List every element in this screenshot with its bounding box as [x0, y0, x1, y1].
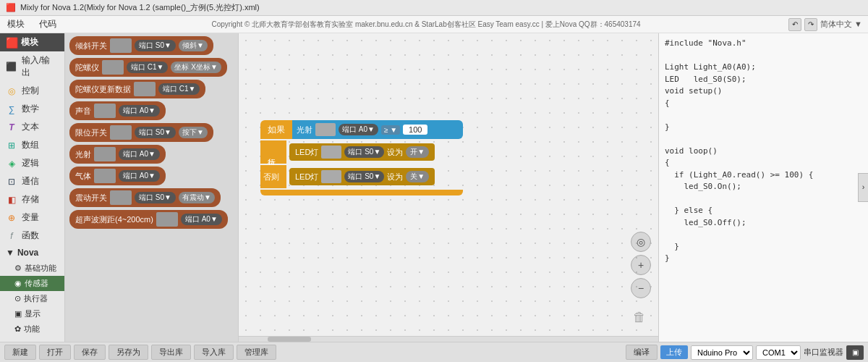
- redo-button[interactable]: ↷: [804, 18, 817, 31]
- undo-button[interactable]: ↶: [788, 18, 801, 31]
- else-label: 否则: [260, 165, 282, 188]
- canvas-area[interactable]: 如果 光射 端口 A0▼ ≥ ▼ 100 执行 LED灯: [239, 33, 658, 342]
- save-button[interactable]: 保存: [74, 345, 106, 360]
- sidebar-item-math[interactable]: ∑ 数学: [0, 100, 64, 118]
- condition-block[interactable]: 光射 端口 A0▼ ≥ ▼ 100: [292, 120, 463, 139]
- monitor-icon[interactable]: ▣: [846, 345, 864, 360]
- open-button[interactable]: 打开: [39, 345, 71, 360]
- sidebar-item-display[interactable]: ▣ 显示: [0, 306, 64, 321]
- zoom-out-button[interactable]: −: [631, 278, 651, 298]
- limit-pill[interactable]: 限位开关 端口 S0▼ 按下▼: [69, 123, 213, 142]
- new-button[interactable]: 新建: [4, 345, 36, 360]
- lang-select[interactable]: 简体中文 ▼: [820, 19, 862, 30]
- then-action-text: 设为: [387, 147, 403, 158]
- target-button[interactable]: ◎: [631, 232, 651, 252]
- sidebar-item-io[interactable]: ⬛ 输入/输出: [0, 51, 64, 82]
- block-limit[interactable]: 限位开关 端口 S0▼ 按下▼: [69, 123, 234, 142]
- code-text: #include "Nova.h" Light Light_A0(A0); LE…: [665, 38, 862, 265]
- block-tilt[interactable]: 倾斜开关 端口 S0▼ 倾斜▼: [69, 36, 234, 55]
- block-light[interactable]: 光射 端口 A0▼: [69, 145, 234, 164]
- block-gyro[interactable]: 陀螺仪 端口 C1▼ 坐标 X坐标▼: [69, 58, 234, 77]
- menu-code[interactable]: 代码: [32, 16, 64, 33]
- blocks-panel: 倾斜开关 端口 S0▼ 倾斜▼ 陀螺仪 端口 C1▼ 坐标 X坐标▼ 陀螺仪更新…: [65, 33, 239, 342]
- sidebar-item-var[interactable]: ⊕ 变量: [0, 209, 64, 227]
- sidebar-item-store[interactable]: ◧ 存储: [0, 190, 64, 209]
- else-action-block[interactable]: LED灯 端口 S0▼ 设为 关▼: [289, 168, 435, 185]
- else-label-text: 否则: [263, 172, 279, 182]
- gyro-image: [102, 60, 124, 75]
- upload-button[interactable]: 上传: [660, 345, 688, 359]
- sidebar-item-actuator[interactable]: ⊙ 执行器: [0, 291, 64, 306]
- zoom-in-button[interactable]: +: [631, 255, 651, 275]
- gyro-pill[interactable]: 陀螺仪 端口 C1▼ 坐标 X坐标▼: [69, 58, 227, 77]
- sidebar-item-ctrl[interactable]: ◎ 控制: [0, 82, 64, 100]
- if-block[interactable]: 如果 光射 端口 A0▼ ≥ ▼ 100 执行 LED灯: [260, 120, 463, 195]
- sidebar-item-logic[interactable]: ◈ 逻辑: [0, 154, 64, 172]
- export-button[interactable]: 导出库: [151, 345, 191, 360]
- gas-pill[interactable]: 气体 端口 A0▼: [69, 167, 166, 185]
- block-sound[interactable]: 声音 端口 A0▼: [69, 101, 234, 120]
- then-port[interactable]: 端口 S0▼: [344, 146, 384, 158]
- bottombar: 新建 打开 保存 另存为 导出库 导入库 管理库 编译 上传 Nduino Pr…: [0, 342, 868, 362]
- text-icon: T: [6, 122, 17, 133]
- sidebar-item-display-label: 显示: [25, 308, 41, 319]
- ctrl-icon: ◎: [6, 85, 17, 97]
- then-action-val[interactable]: 开▼: [406, 146, 429, 158]
- gyro-val: 坐标 X坐标▼: [171, 62, 221, 73]
- gear-icon: ⚙: [14, 264, 22, 273]
- manage-button[interactable]: 管理库: [237, 345, 276, 360]
- block-ultrasonic[interactable]: 超声波测距(4~200cm) 端口 A0▼: [69, 210, 234, 229]
- sound-pill[interactable]: 声音 端口 A0▼: [69, 101, 166, 120]
- port-select[interactable]: COM1: [756, 345, 801, 360]
- panel-logo: 🟥: [6, 37, 18, 49]
- nova-header[interactable]: ▼ Nova: [0, 245, 64, 261]
- compile-button[interactable]: 编译: [626, 345, 658, 360]
- var-icon: ⊕: [6, 212, 17, 224]
- sidebar-item-arr-label: 数组: [22, 139, 39, 151]
- else-action-val[interactable]: 关▼: [406, 171, 429, 182]
- gyro-update-image: [134, 82, 156, 96]
- sidebar-item-func2-label: 功能: [24, 324, 40, 334]
- sidebar-item-func2[interactable]: ✿ 功能: [0, 321, 64, 337]
- import-button[interactable]: 导入库: [194, 345, 234, 360]
- code-collapse-button[interactable]: ›: [858, 173, 868, 202]
- sidebar-item-func[interactable]: f 函数: [0, 227, 64, 245]
- then-led-image: [321, 146, 341, 159]
- monitor-icon-glyph: ▣: [852, 348, 859, 356]
- sidebar-item-sensor[interactable]: ◉ 传感器: [0, 276, 64, 291]
- tilt-pill[interactable]: 倾斜开关 端口 S0▼ 倾斜▼: [69, 36, 213, 55]
- light-pill[interactable]: 光射 端口 A0▼: [69, 145, 166, 164]
- nova-label: Nova: [17, 248, 38, 258]
- condition-value[interactable]: 100: [403, 125, 427, 135]
- sidebar-item-text[interactable]: T 文本: [0, 118, 64, 136]
- trash-button[interactable]: 🗑: [629, 307, 650, 327]
- condition-port[interactable]: 端口 A0▼: [339, 124, 378, 135]
- block-gas[interactable]: 气体 端口 A0▼: [69, 167, 234, 185]
- canvas-scrollbar[interactable]: [239, 336, 658, 342]
- else-port[interactable]: 端口 S0▼: [344, 171, 384, 182]
- right-controls: ↶ ↷ 简体中文 ▼: [788, 18, 868, 31]
- scrollbar-thumb[interactable]: [268, 337, 311, 342]
- code-panel: #include "Nova.h" Light Light_A0(A0); LE…: [658, 33, 868, 342]
- sidebar-item-text-label: 文本: [22, 121, 39, 133]
- vibration-pill[interactable]: 震动开关 端口 S0▼ 有震动▼: [69, 188, 221, 207]
- menu-modules[interactable]: 模块: [0, 16, 32, 33]
- ultrasonic-pill[interactable]: 超声波测距(4~200cm) 端口 A0▼: [69, 210, 228, 229]
- func-icon: f: [6, 230, 17, 242]
- limit-image: [110, 125, 132, 140]
- sidebar-item-arr[interactable]: ⊞ 数组: [0, 136, 64, 154]
- saveas-button[interactable]: 另存为: [109, 345, 148, 360]
- then-action-block[interactable]: LED灯 端口 S0▼ 设为 开▼: [289, 143, 435, 161]
- board-select[interactable]: Nduino Pro: [691, 345, 753, 360]
- menubar: 模块 代码 Copyright © 北师大教育学部创客教育实验室 maker.b…: [0, 16, 868, 33]
- gyro-update-pill[interactable]: 陀螺仪更新数据 端口 C1▼: [69, 80, 205, 98]
- sidebar-item-basic[interactable]: ⚙ 基础功能: [0, 261, 64, 276]
- sidebar-item-comm-label: 通信: [22, 175, 39, 188]
- gas-label: 气体: [75, 171, 91, 182]
- condition-op[interactable]: ≥ ▼: [381, 125, 400, 135]
- block-gyro-update[interactable]: 陀螺仪更新数据 端口 C1▼: [69, 80, 234, 98]
- sidebar-item-comm[interactable]: ⊡ 通信: [0, 172, 64, 190]
- block-vibration[interactable]: 震动开关 端口 S0▼ 有震动▼: [69, 188, 234, 207]
- func2-icon: ✿: [14, 324, 21, 334]
- gyro-port: 端口 C1▼: [127, 62, 168, 73]
